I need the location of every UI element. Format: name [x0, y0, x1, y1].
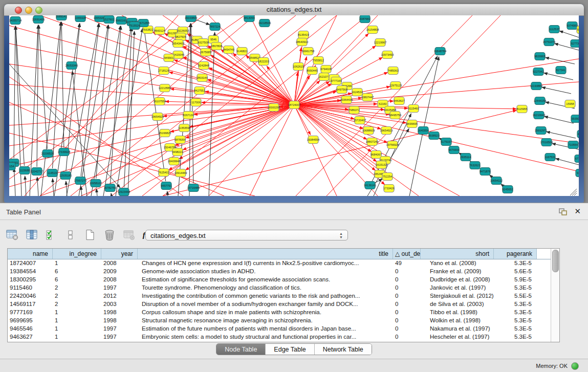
graph-node[interactable]: 1733426 — [383, 185, 394, 192]
graph-node[interactable]: 2803144 — [197, 74, 207, 82]
graph-node[interactable]: 117006 — [191, 99, 201, 106]
graph-node[interactable]: 9146821 — [236, 48, 247, 55]
graph-node[interactable]: 9777169 — [331, 77, 341, 85]
graph-node[interactable]: 8115955 — [516, 105, 527, 113]
graph-node[interactable]: 1115688 — [19, 167, 30, 174]
table-cell[interactable]: Investigating the contribution of common… — [138, 292, 393, 300]
table-cell[interactable]: Corpus callosum shape and size in male p… — [138, 309, 393, 317]
table-cell[interactable]: 9777169 — [8, 309, 53, 317]
table-row[interactable]: 946362711997Embryonic stem cells: a mode… — [8, 333, 551, 341]
graph-node[interactable]: 8135419 — [298, 31, 309, 39]
table-cell[interactable]: Tibbo et al. (1998) — [421, 309, 494, 317]
table-cell[interactable]: Tourette syndrome. Phenomenology and cla… — [138, 284, 393, 292]
graph-node[interactable]: 1624534 — [352, 89, 362, 96]
graph-node[interactable]: 12975125 — [389, 82, 402, 90]
graph-node[interactable]: 7955812 — [313, 57, 323, 64]
graph-node[interactable]: 8427552 — [194, 87, 205, 95]
table-cell[interactable]: 9465546 — [8, 325, 53, 333]
table-cell[interactable]: 22420046 — [8, 292, 53, 300]
table-cell[interactable]: 1 — [53, 317, 101, 325]
graph-node[interactable]: 16033809 — [185, 15, 197, 22]
table-cell[interactable]: 9699695 — [8, 317, 53, 325]
table-cell[interactable]: 2003 — [101, 300, 138, 309]
table-cell[interactable]: Embryonic stem cells: a model to study s… — [138, 333, 393, 341]
table-cell[interactable]: Franke et al. (2009) — [421, 268, 494, 276]
table-cell[interactable]: 0 — [393, 284, 421, 292]
table-cell[interactable]: 5.3E-5 — [494, 317, 537, 325]
table-cell[interactable]: 6 — [53, 268, 101, 276]
graph-node[interactable]: 12505185 — [59, 172, 72, 180]
import-table-icon[interactable] — [122, 228, 136, 242]
table-cell[interactable]: 5.3E-5 — [494, 325, 537, 333]
graph-node[interactable]: 1621077 — [318, 73, 329, 81]
graph-node[interactable]: 11353594 — [178, 124, 190, 132]
row-height-icon[interactable] — [63, 228, 78, 242]
graph-node[interactable]: 7857224 — [209, 23, 220, 31]
graph-node[interactable]: 10654112 — [490, 177, 503, 185]
graph-node[interactable]: 2675685 — [200, 49, 211, 56]
graph-node[interactable]: 9829965 — [534, 53, 545, 60]
graph-node[interactable]: 7632621 — [469, 162, 480, 169]
table-cell[interactable]: 2012 — [101, 292, 138, 300]
graph-node[interactable]: 15720407 — [354, 117, 366, 124]
graph-node[interactable]: 993907 — [571, 115, 579, 123]
graph-node[interactable]: 10688609 — [362, 127, 375, 135]
column-header-year[interactable]: year — [101, 249, 138, 259]
graph-node[interactable]: 15166825 — [159, 129, 171, 137]
table-cell[interactable]: 5.3E-5 — [494, 309, 537, 317]
graph-node[interactable]: 8267130 — [183, 112, 193, 119]
graph-node[interactable]: 16409948 — [168, 158, 180, 165]
table-row[interactable]: 1938455462009Genome-wide association stu… — [8, 268, 551, 276]
table-cell[interactable]: 1 — [53, 333, 101, 341]
graph-node[interactable]: 927734 — [571, 40, 579, 48]
table-row[interactable]: 911546021997Tourette syndrome. Phenomeno… — [8, 284, 551, 292]
table-row[interactable]: 977716911998Corpus callosum shape and si… — [8, 309, 551, 317]
graph-node[interactable]: 16154808 — [366, 26, 379, 34]
graph-node[interactable]: 12444158 — [534, 97, 546, 105]
graph-node[interactable]: 19654923 — [380, 127, 393, 135]
graph-node[interactable]: 710554 — [568, 141, 578, 149]
table-cell[interactable]: 2008 — [101, 276, 138, 284]
graph-node[interactable]: 114519 — [47, 169, 57, 177]
graph-node[interactable]: 2935114 — [460, 154, 471, 161]
tab-edge-table[interactable]: Edge Table — [266, 344, 314, 355]
graph-node[interactable]: 18300295 — [268, 104, 280, 112]
graph-node[interactable]: 12042717 — [31, 168, 43, 176]
table-row[interactable]: 1456911722003Disruption of a novel membe… — [8, 300, 551, 309]
graph-node[interactable]: 1822203 — [258, 58, 269, 65]
graph-node[interactable]: 414904 — [577, 130, 579, 138]
table-cell[interactable]: 14569117 — [8, 300, 53, 309]
table-cell[interactable]: Dudbridge et al. (2008) — [421, 276, 494, 284]
graph-node[interactable]: 2089141 — [56, 15, 67, 20]
tab-network-table[interactable]: Network Table — [315, 344, 372, 355]
graph-node[interactable]: 16210643 — [533, 112, 545, 119]
graph-node[interactable]: 677334 — [575, 155, 579, 163]
table-cell[interactable]: 0 — [393, 309, 421, 317]
graph-node[interactable]: 15751074 — [543, 38, 555, 46]
graph-node[interactable]: 6794028 — [320, 65, 331, 73]
table-cell[interactable]: 1998 — [101, 309, 138, 317]
table-cell[interactable]: 2 — [53, 284, 101, 292]
graph-node[interactable]: 7625402 — [158, 169, 169, 177]
table-cell[interactable]: Estimation of the future numbers of pati… — [138, 325, 393, 333]
graph-node[interactable]: 2087682 — [359, 15, 370, 23]
graph-node[interactable]: 9457791 — [161, 182, 171, 190]
graph-node[interactable]: 8990445 — [307, 67, 317, 75]
table-cell[interactable]: Estimation of significance thresholds fo… — [138, 276, 393, 284]
table-row[interactable]: 1872400712008Changes of HCN gene express… — [8, 259, 551, 268]
graph-node[interactable]: 10973493 — [381, 51, 394, 59]
table-row[interactable]: 1830029562008Estimation of significance … — [8, 276, 551, 284]
select-rows-icon[interactable] — [44, 228, 58, 242]
graph-node[interactable]: 16782759 — [104, 184, 116, 192]
column-header-name[interactable]: name — [8, 249, 53, 259]
graph-node[interactable]: 8660124 — [154, 27, 165, 35]
table-selector-dropdown[interactable]: citations_edges.txt ▲▼ — [145, 230, 348, 240]
table-cell[interactable]: 2 — [53, 292, 101, 300]
graph-node[interactable]: 16107554 — [154, 98, 166, 105]
network-canvas[interactable]: 1872400776638228660124891295419226053982… — [9, 15, 579, 196]
graph-node[interactable]: 15716485 — [187, 184, 200, 192]
graph-node[interactable]: 1640954 — [418, 127, 428, 135]
table-row[interactable]: 2242004622012Investigating the contribut… — [8, 292, 551, 300]
table-cell[interactable]: 19384554 — [8, 268, 53, 276]
network-graph[interactable]: 1872400776638228660124891295419226053982… — [9, 15, 579, 196]
